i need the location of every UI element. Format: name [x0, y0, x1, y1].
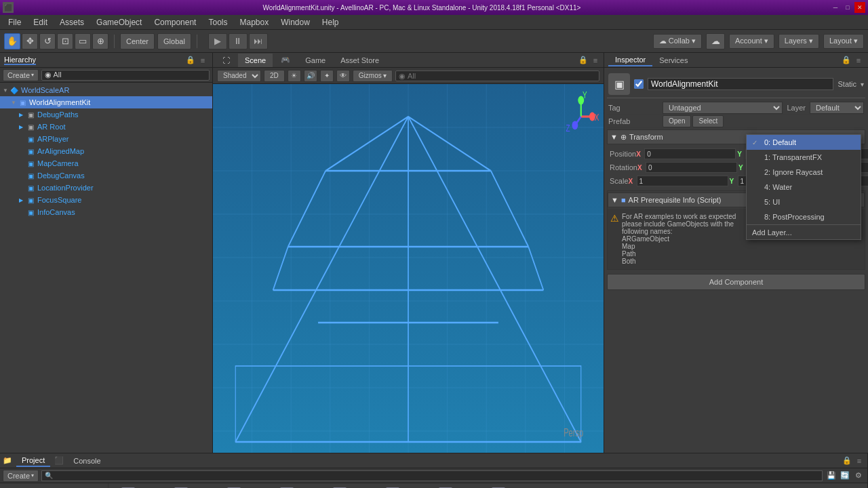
hierarchy-item-worldalignmentkit[interactable]: ▼ ▣ WorldAlignmentKit [0, 96, 212, 108]
tool-rotate[interactable]: ↺ [39, 33, 56, 49]
tab-project[interactable]: Project [16, 455, 50, 467]
scene-menu-icon[interactable]: ≡ [590, 55, 601, 66]
pos-x-input[interactable] [644, 148, 736, 159]
hierarchy-item-locationprovider[interactable]: ▣ LocationProvider [0, 182, 212, 194]
tree-favorites[interactable]: ▼ ★ Favorites [0, 485, 108, 488]
script-description: For AR examples to work as expectedpleas… [622, 213, 736, 265]
script-name-path: Path [622, 250, 636, 258]
menu-component[interactable]: Component [149, 16, 201, 28]
hierarchy-tab[interactable]: Hierarchy [4, 56, 36, 65]
tool-hand[interactable]: ✋ [4, 33, 20, 49]
tool-move[interactable]: ✥ [22, 33, 38, 49]
hierarchy-menu-icon[interactable]: ≡ [197, 55, 208, 66]
project-settings-icon[interactable]: ⚙ [852, 470, 865, 482]
project-search-input[interactable] [41, 470, 823, 481]
layer-item-postprocessing[interactable]: 8: PostProcessing [747, 209, 861, 224]
titlebar: ⬛ WorldAlignmentKit.unity - AvellinoAR -… [0, 0, 868, 15]
scene-fx-icon[interactable]: ✦ [320, 70, 334, 82]
tool-scale[interactable]: ⊡ [57, 33, 73, 49]
minimize-button[interactable]: ─ [830, 2, 841, 13]
project-menu-icon[interactable]: ≡ [854, 455, 865, 466]
play-button[interactable]: ▶ [208, 33, 227, 49]
hierarchy-item-aralignedmap[interactable]: ▣ ArAlignedMap [0, 145, 212, 157]
hierarchy-item-worldscalear[interactable]: ▼ 🔷 WorldScaleAR [0, 84, 212, 96]
hierarchy-item-focussquare[interactable]: ▶ ▣ FocusSquare [0, 194, 212, 206]
tab-services[interactable]: Services [652, 55, 694, 66]
hierarchy-item-debugpaths[interactable]: ▶ ▣ DebugPaths [0, 108, 212, 121]
inspector-lock-icon[interactable]: 🔒 [841, 55, 852, 66]
menu-window[interactable]: Window [275, 16, 315, 28]
menu-assets[interactable]: Assets [54, 16, 90, 28]
collab-button[interactable]: ☁ Collab ▾ [653, 34, 702, 49]
script-name-map: Map [622, 243, 635, 250]
hierarchy-lock-icon[interactable]: 🔒 [185, 55, 196, 66]
menu-tools[interactable]: Tools [203, 16, 233, 28]
account-button[interactable]: Account ▾ [729, 34, 774, 49]
scene-lock-icon[interactable]: 🔒 [578, 55, 589, 66]
tab-console[interactable]: Console [68, 455, 106, 466]
gizmos-button[interactable]: Gizmos ▾ [353, 70, 393, 82]
scene-audio-icon[interactable]: 🔊 [304, 70, 317, 82]
project-tabs: 📁 Project ⬛ Console 🔒 ≡ [0, 453, 867, 468]
pivot-global-button[interactable]: Global [157, 33, 191, 49]
prefab-open-button[interactable]: Open [663, 115, 691, 127]
menu-edit[interactable]: Edit [28, 16, 53, 28]
layer-item-default[interactable]: ✓ 0: Default [747, 135, 861, 150]
cloud-button[interactable]: ☁ [706, 33, 725, 49]
tab-inspector[interactable]: Inspector [608, 54, 652, 66]
prefab-select-button[interactable]: Select [692, 115, 724, 127]
hierarchy-item-mapcamera[interactable]: ▣ MapCamera [0, 157, 212, 169]
hierarchy-item-arroot[interactable]: ▶ ▣ AR Root [0, 121, 212, 133]
tag-select[interactable]: Untagged [663, 102, 783, 114]
menu-mapbox[interactable]: Mapbox [234, 16, 274, 28]
tool-rect[interactable]: ▭ [75, 33, 91, 49]
scene-lighting-icon[interactable]: ☀ [288, 70, 301, 82]
scene-viewport[interactable]: X Y Z Persp [213, 84, 604, 453]
hierarchy-item-infocanvas[interactable]: ▣ InfoCanvas [0, 206, 212, 218]
scene-hidden-icon[interactable]: 👁 [336, 70, 350, 82]
layout-button[interactable]: Layout ▾ [823, 34, 864, 49]
object-active-checkbox[interactable] [634, 79, 644, 89]
menu-gameobject[interactable]: GameObject [91, 16, 147, 28]
inspector-menu-icon[interactable]: ≡ [853, 55, 864, 66]
tab-scene[interactable]: Scene [238, 54, 273, 67]
tab-asset-store[interactable]: Asset Store [334, 54, 386, 67]
2d-toggle[interactable]: 2D [264, 70, 285, 82]
menu-file[interactable]: File [3, 16, 26, 28]
project-tab-icon: 📁 [3, 456, 12, 465]
object-name-input[interactable] [648, 78, 833, 90]
layer-item-ignore-raycast[interactable]: 2: Ignore Raycast [747, 165, 861, 180]
project-save-icon[interactable]: 💾 [825, 470, 837, 482]
close-button[interactable]: ✕ [854, 2, 865, 13]
svg-text:X: X [595, 113, 599, 123]
project-lock-icon[interactable]: 🔒 [842, 455, 852, 466]
tab-game[interactable]: Game [298, 54, 332, 67]
add-component-button[interactable]: Add Component [607, 274, 865, 290]
scene-search-input[interactable] [395, 70, 599, 81]
hierarchy-search-input[interactable] [41, 70, 210, 81]
pause-button[interactable]: ⏸ [229, 33, 248, 49]
step-button[interactable]: ⏭ [249, 33, 268, 49]
hierarchy-item-arplayer[interactable]: ▣ ARPlayer [0, 133, 212, 145]
menu-help[interactable]: Help [317, 16, 344, 28]
layer-select[interactable]: Default [810, 102, 864, 114]
pivot-center-button[interactable]: Center [120, 33, 155, 49]
project-content: ▼ ★ Favorites ◎ All Materials ◎ All Mode… [0, 483, 867, 488]
hierarchy-panel: Hierarchy 🔒 ≡ Create ▾ ▼ 🔷 WorldScaleAR … [0, 53, 213, 453]
static-dropdown-icon[interactable]: ▾ [861, 81, 864, 88]
toolbar: ✋ ✥ ↺ ⊡ ▭ ⊕ Center Global ▶ ⏸ ⏭ ☁ Collab… [0, 30, 868, 53]
layers-button[interactable]: Layers ▾ [778, 34, 819, 49]
project-create-button[interactable]: Create ▾ [3, 470, 39, 482]
scale-x-input[interactable] [637, 176, 728, 186]
hierarchy-item-debugcanvas[interactable]: ▣ DebugCanvas [0, 169, 212, 182]
rot-x-input[interactable] [646, 162, 737, 173]
layer-item-ui[interactable]: 5: UI [747, 195, 861, 209]
maximize-button[interactable]: □ [842, 2, 853, 13]
project-refresh-icon[interactable]: 🔄 [839, 470, 851, 482]
layer-item-transparentfx[interactable]: 1: TransparentFX [747, 150, 861, 165]
layer-item-water[interactable]: 4: Water [747, 180, 861, 195]
tool-transform[interactable]: ⊕ [92, 33, 108, 49]
layer-add-button[interactable]: Add Layer... [747, 224, 861, 239]
shading-mode-select[interactable]: Shaded [217, 70, 261, 82]
hierarchy-create-button[interactable]: Create ▾ [3, 69, 39, 81]
